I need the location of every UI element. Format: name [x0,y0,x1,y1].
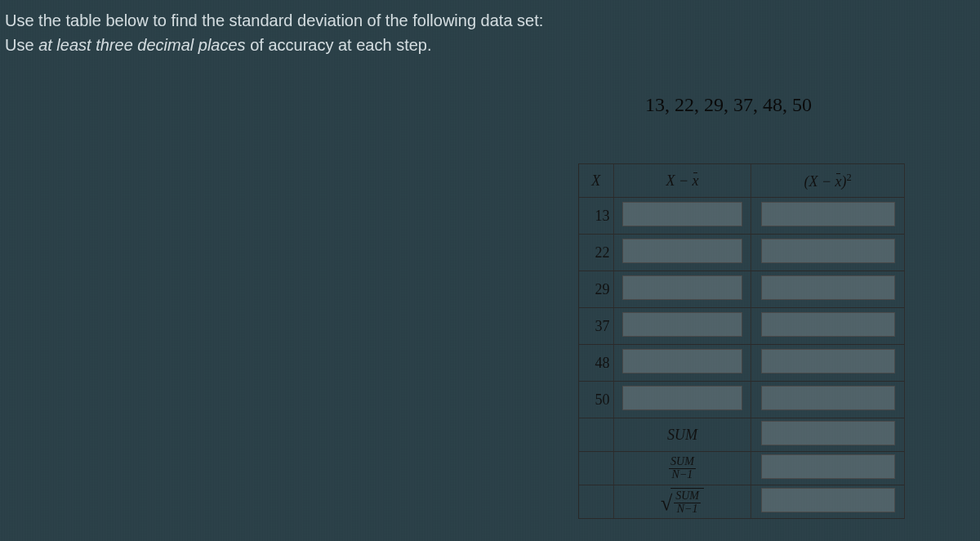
variance-input[interactable] [761,454,895,479]
table-row: 29 [579,271,905,308]
x-value: 48 [579,345,614,382]
sq-deviation-input[interactable] [761,275,895,300]
x-value: 29 [579,271,614,308]
table-row: 50 [579,382,905,418]
std-dev-input[interactable] [761,488,895,512]
sq-deviation-input[interactable] [761,349,895,373]
x-value: 37 [579,308,614,345]
std-dev-table: X X − x (X − x)2 13 22 29 37 [578,163,905,519]
header-x-minus-xbar-sq: (X − x)2 [751,164,905,198]
table-row: 48 [579,345,905,382]
variance-label: SUM N−1 [613,452,751,485]
instruction-line-2-emphasis: at least three decimal places [38,36,245,54]
instruction-line-2-suffix: of accuracy at each step. [246,36,432,54]
variance-row: SUM N−1 [579,452,905,485]
sum-row: SUM [579,418,905,452]
table-row: 13 [579,198,905,235]
table-header-row: X X − x (X − x)2 [579,164,905,198]
instruction-line-2-prefix: Use [5,36,38,54]
x-value: 22 [579,235,614,271]
data-set-values: 13, 22, 29, 37, 48, 50 [645,94,812,116]
deviation-input[interactable] [622,239,743,263]
sq-deviation-input[interactable] [761,239,895,263]
deviation-input[interactable] [622,349,743,373]
std-dev-label: √ SUM N−1 [613,485,751,519]
sq-deviation-input[interactable] [761,202,895,226]
sum-input[interactable] [761,421,895,445]
sq-deviation-input[interactable] [761,386,895,410]
deviation-input[interactable] [622,275,743,300]
header-x-minus-xbar: X − x [613,164,751,198]
deviation-input[interactable] [622,312,743,337]
x-value: 50 [579,382,614,418]
std-dev-row: √ SUM N−1 [579,485,905,519]
header-x: X [579,164,614,198]
problem-instructions: Use the table below to find the standard… [0,0,980,57]
deviation-input[interactable] [622,202,743,226]
sum-label: SUM [613,418,751,452]
deviation-input[interactable] [622,386,743,410]
table-row: 37 [579,308,905,345]
instruction-line-1: Use the table below to find the standard… [5,11,543,29]
x-value: 13 [579,198,614,235]
sq-deviation-input[interactable] [761,312,895,337]
table-row: 22 [579,235,905,271]
